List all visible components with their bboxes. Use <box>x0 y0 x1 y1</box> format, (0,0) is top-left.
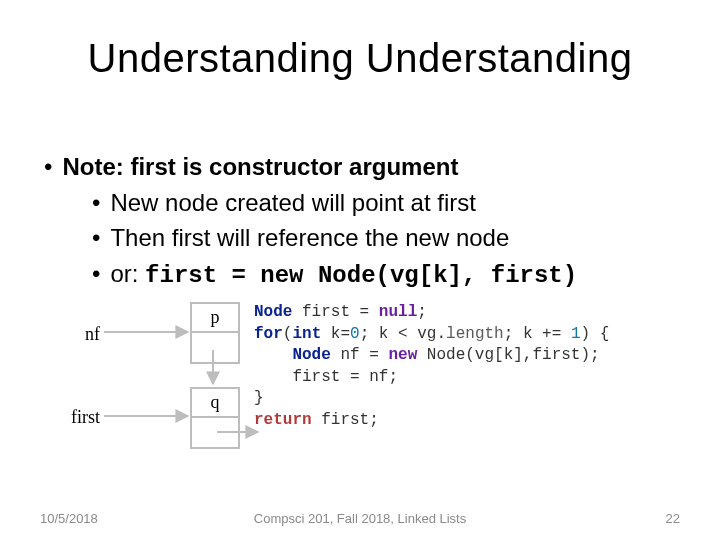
bullet-text-prefix: or: <box>110 260 145 287</box>
bullet-dot: • <box>92 260 100 287</box>
bullet-dot: • <box>92 224 100 251</box>
bullet-text: New node created will point at first <box>110 189 476 216</box>
bullet-text: Then first will reference the new node <box>110 224 509 251</box>
slide-title: Understanding Understanding <box>0 36 720 81</box>
code-snippet: Node first = null; for(int k=0; k < vg.l… <box>254 302 609 432</box>
footer-page-number: 22 <box>666 511 680 526</box>
bullet-level2: •New node created will point at first <box>92 186 684 220</box>
bullet-level2: •Then first will reference the new node <box>92 221 684 255</box>
bullet-level2: •or: first = new Node(vg[k], first) <box>92 257 684 293</box>
slide: Understanding Understanding •Note: first… <box>0 0 720 540</box>
bullet-dot: • <box>44 153 52 180</box>
bullet-code: first = new Node(vg[k], first) <box>145 262 577 289</box>
bullet-list: •Note: first is constructor argument •Ne… <box>44 150 684 294</box>
bullet-level1: •Note: first is constructor argument <box>44 150 684 184</box>
bullet-dot: • <box>92 189 100 216</box>
footer-course: Compsci 201, Fall 2018, Linked Lists <box>0 511 720 526</box>
diagram-arrows <box>62 302 262 462</box>
linked-list-diagram: nf first p q <box>62 302 237 452</box>
bullet-text: Note: first is constructor argument <box>62 153 458 180</box>
